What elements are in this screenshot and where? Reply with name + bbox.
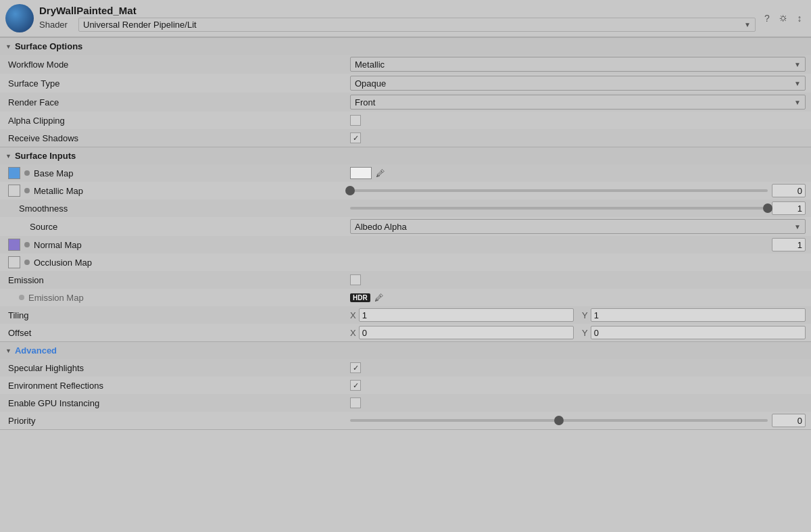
priority-value[interactable]: 0 — [772, 414, 806, 427]
surface-type-control: Opaque ▼ — [350, 76, 806, 91]
smoothness-thumb[interactable] — [763, 203, 772, 213]
emission-map-eyedropper-icon[interactable]: 🖉 — [374, 293, 383, 303]
gpu-instancing-checkbox[interactable] — [350, 397, 361, 408]
offset-x-input[interactable]: 0 — [359, 326, 574, 339]
offset-y-input[interactable]: 0 — [591, 326, 806, 339]
normal-map-thumbnail — [8, 239, 20, 251]
occlusion-map-label-container: Occlusion Map — [5, 256, 350, 268]
environment-reflections-row: Environment Reflections — [0, 377, 811, 394]
gpu-instancing-row: Enable GPU Instancing — [0, 394, 811, 412]
base-map-row: Base Map 🖉 — [0, 164, 811, 182]
workflow-mode-label: Workflow Mode — [5, 59, 350, 70]
alpha-clipping-checkbox[interactable] — [350, 115, 361, 126]
advanced-title: Advanced — [15, 345, 57, 356]
occlusion-map-label: Occlusion Map — [34, 258, 92, 268]
normal-map-label: Normal Map — [34, 240, 82, 250]
render-face-control: Front ▼ — [350, 95, 806, 110]
shader-dropdown-arrow-icon: ▼ — [744, 21, 751, 28]
base-map-control: 🖉 — [350, 167, 806, 179]
metallic-map-thumb[interactable] — [345, 186, 355, 195]
metallic-map-control: 0 — [350, 184, 806, 197]
receive-shadows-label: Receive Shadows — [5, 133, 350, 143]
collapse-button[interactable]: ↕ — [793, 12, 806, 24]
metallic-map-row: Metallic Map 0 — [0, 182, 811, 199]
tiling-x-input[interactable]: 1 — [359, 308, 574, 322]
emission-label: Emission — [5, 275, 350, 285]
metallic-map-label: Metallic Map — [34, 186, 83, 196]
priority-thumb[interactable] — [554, 416, 564, 425]
metallic-map-thumbnail — [8, 185, 20, 197]
render-face-arrow-icon: ▼ — [794, 99, 801, 106]
hdr-badge: HDR — [350, 293, 370, 302]
emission-map-dot-icon — [19, 295, 24, 300]
priority-slider[interactable] — [350, 419, 768, 422]
occlusion-map-dot-icon — [24, 260, 30, 265]
normal-map-row: Normal Map 1 — [0, 236, 811, 253]
surface-inputs-arrow-icon: ▼ — [5, 153, 11, 160]
specular-highlights-label: Specular Highlights — [5, 363, 350, 373]
smoothness-label: Smoothness — [5, 203, 350, 214]
normal-map-control: 1 — [350, 238, 806, 251]
tiling-label: Tiling — [5, 310, 350, 320]
emission-control — [350, 274, 806, 285]
base-map-dot-icon — [24, 170, 30, 176]
material-header: DryWallPainted_Mat Shader Universal Rend… — [0, 0, 811, 37]
surface-inputs-title: Surface Inputs — [15, 151, 76, 161]
emission-row: Emission — [0, 271, 811, 289]
base-map-eyedropper-icon[interactable]: 🖉 — [376, 168, 385, 178]
advanced-arrow-icon: ▼ — [5, 347, 11, 354]
tiling-xy: X 1 Y 1 — [350, 308, 806, 322]
receive-shadows-control — [350, 132, 806, 143]
surface-options-header[interactable]: ▼ Surface Options — [0, 38, 811, 55]
metallic-map-dot-icon — [24, 188, 30, 193]
help-button[interactable]: ? — [761, 12, 773, 24]
surface-inputs-header[interactable]: ▼ Surface Inputs — [0, 147, 811, 164]
smoothness-slider[interactable] — [350, 207, 768, 210]
emission-map-label: Emission Map — [28, 293, 84, 303]
render-face-row: Render Face Front ▼ — [0, 93, 811, 112]
metallic-map-slider[interactable] — [350, 189, 768, 192]
metallic-map-label-container: Metallic Map — [5, 185, 350, 197]
priority-control: 0 — [350, 414, 806, 427]
normal-map-dot-icon — [24, 242, 30, 247]
smoothness-control: 1 — [350, 201, 806, 215]
normal-map-value[interactable]: 1 — [772, 238, 806, 251]
source-row: Source Albedo Alpha ▼ — [0, 217, 811, 236]
tiling-row: Tiling X 1 Y 1 — [0, 306, 811, 324]
environment-reflections-checkbox[interactable] — [350, 380, 361, 391]
source-value: Albedo Alpha — [355, 222, 407, 232]
surface-inputs-section: ▼ Surface Inputs Base Map 🖉 Metallic Map — [0, 147, 811, 342]
workflow-mode-dropdown[interactable]: Metallic ▼ — [350, 57, 806, 72]
gpu-instancing-label: Enable GPU Instancing — [5, 398, 350, 408]
offset-control: X 0 Y 0 — [350, 326, 806, 339]
offset-x-label: X — [350, 328, 356, 338]
surface-options-section: ▼ Surface Options Workflow Mode Metallic… — [0, 38, 811, 147]
offset-label: Offset — [5, 328, 350, 338]
workflow-mode-row: Workflow Mode Metallic ▼ — [0, 55, 811, 74]
surface-type-dropdown[interactable]: Opaque ▼ — [350, 76, 806, 91]
material-icon — [5, 4, 34, 32]
occlusion-map-thumbnail — [8, 256, 20, 268]
render-face-dropdown[interactable]: Front ▼ — [350, 95, 806, 110]
metallic-map-track — [350, 189, 768, 192]
metallic-map-value[interactable]: 0 — [772, 184, 806, 197]
receive-shadows-checkbox[interactable] — [350, 132, 361, 143]
surface-type-arrow-icon: ▼ — [794, 80, 801, 87]
advanced-header[interactable]: ▼ Advanced — [0, 342, 811, 359]
surface-options-title: Surface Options — [15, 41, 82, 51]
source-dropdown[interactable]: Albedo Alpha ▼ — [350, 219, 806, 234]
tiling-y-input[interactable]: 1 — [591, 308, 806, 322]
render-face-value: Front — [355, 97, 375, 107]
source-arrow-icon: ▼ — [794, 223, 801, 231]
base-map-color-swatch[interactable] — [350, 167, 372, 179]
specular-highlights-checkbox[interactable] — [350, 362, 361, 373]
receive-shadows-row: Receive Shadows — [0, 129, 811, 147]
alpha-clipping-control — [350, 115, 806, 126]
emission-checkbox[interactable] — [350, 274, 361, 285]
shader-dropdown[interactable]: Universal Render Pipeline/Lit ▼ — [78, 18, 756, 32]
settings-button[interactable]: ⛭ — [777, 12, 789, 24]
smoothness-value[interactable]: 1 — [772, 201, 806, 215]
surface-type-label: Surface Type — [5, 78, 350, 89]
tiling-x-label: X — [350, 310, 356, 320]
emission-map-label-container: Emission Map — [5, 293, 350, 303]
